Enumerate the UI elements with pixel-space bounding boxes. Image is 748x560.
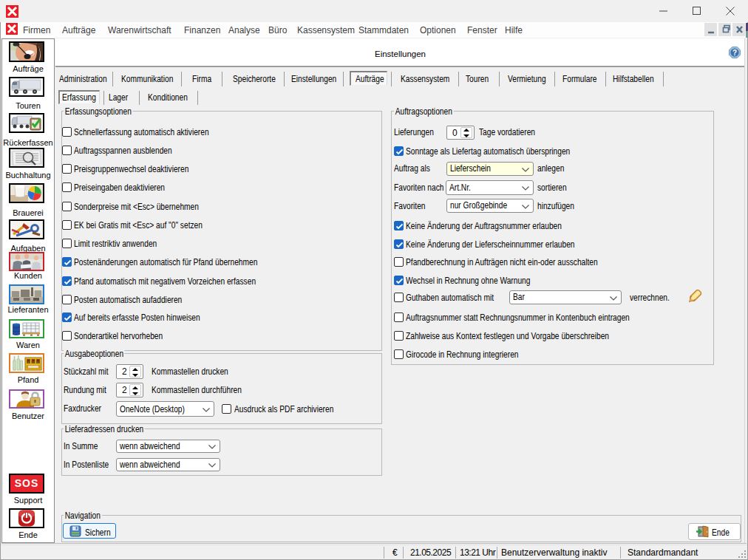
svg-text:?: ?	[732, 49, 737, 57]
